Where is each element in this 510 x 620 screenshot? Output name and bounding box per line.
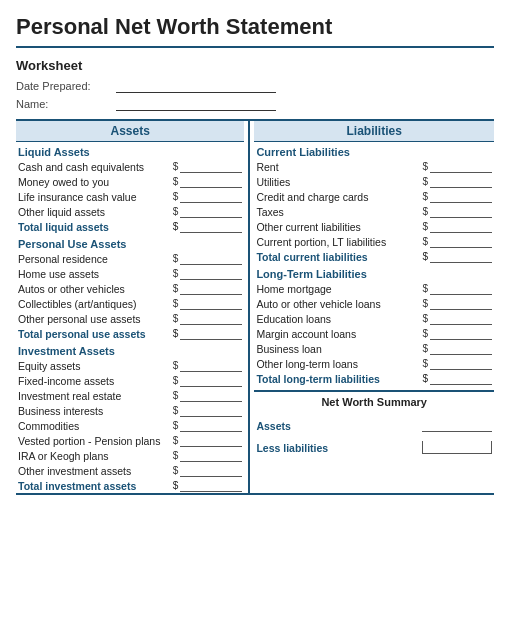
list-item: Fixed-income assets $ xyxy=(16,373,244,388)
liabilities-column: Liabilities Current Liabilities Rent $ U… xyxy=(250,121,494,493)
credit-input[interactable] xyxy=(430,190,492,203)
list-item: Education loans $ xyxy=(254,311,494,326)
total-liquid-row: Total liquid assets $ xyxy=(16,219,244,234)
list-item: Taxes $ xyxy=(254,204,494,219)
total-lt-liab-input[interactable] xyxy=(430,372,492,385)
date-input[interactable] xyxy=(116,79,276,93)
total-longterm-liab-row: Total long-term liabilities $ xyxy=(254,371,494,386)
list-item: Other liquid assets $ xyxy=(16,204,244,219)
list-item: Other investment assets $ xyxy=(16,463,244,478)
list-item: Equity assets $ xyxy=(16,358,244,373)
utilities-input[interactable] xyxy=(430,175,492,188)
margin-loans-input[interactable] xyxy=(430,327,492,340)
net-worth-title: Net Worth Summary xyxy=(254,396,494,408)
list-item: Home use assets $ xyxy=(16,266,244,281)
fixed-income-input[interactable] xyxy=(180,374,242,387)
list-item: Investment real estate $ xyxy=(16,388,244,403)
list-item: Collectibles (art/antiques) $ xyxy=(16,296,244,311)
total-liquid-input[interactable] xyxy=(180,220,242,233)
total-inv-input[interactable] xyxy=(180,479,242,492)
ira-input[interactable] xyxy=(180,449,242,462)
inv-real-estate-input[interactable] xyxy=(180,389,242,402)
list-item: Vested portion - Pension plans $ xyxy=(16,433,244,448)
list-item: Personal residence $ xyxy=(16,251,244,266)
list-item: Credit and charge cards $ xyxy=(254,189,494,204)
list-item: Other personal use assets $ xyxy=(16,311,244,326)
other-current-input[interactable] xyxy=(430,220,492,233)
liquid-assets-title: Liquid Assets xyxy=(16,146,244,158)
cash-equiv-input[interactable] xyxy=(180,160,242,173)
other-lt-loans-input[interactable] xyxy=(430,357,492,370)
list-item: Other long-term loans $ xyxy=(254,356,494,371)
other-liquid-input[interactable] xyxy=(180,205,242,218)
rent-input[interactable] xyxy=(430,160,492,173)
personal-res-input[interactable] xyxy=(180,252,242,265)
money-owed-input[interactable] xyxy=(180,175,242,188)
other-personal-input[interactable] xyxy=(180,312,242,325)
autos-input[interactable] xyxy=(180,282,242,295)
total-personal-input[interactable] xyxy=(180,327,242,340)
worksheet-label: Worksheet xyxy=(16,58,494,73)
summary-liabilities-input[interactable] xyxy=(422,441,492,454)
list-item: Current portion, LT liabilities $ xyxy=(254,234,494,249)
total-current-liab-input[interactable] xyxy=(430,250,492,263)
education-loans-input[interactable] xyxy=(430,312,492,325)
list-item: Other current liabilities $ xyxy=(254,219,494,234)
home-use-input[interactable] xyxy=(180,267,242,280)
list-item: Rent $ xyxy=(254,159,494,174)
equity-input[interactable] xyxy=(180,359,242,372)
name-label: Name: xyxy=(16,98,116,110)
commodities-input[interactable] xyxy=(180,419,242,432)
list-item: Commodities $ xyxy=(16,418,244,433)
list-item: Margin account loans $ xyxy=(254,326,494,341)
list-item: Autos or other vehicles $ xyxy=(16,281,244,296)
summary-assets-row: Assets xyxy=(254,417,494,434)
total-personal-row: Total personal use assets $ xyxy=(16,326,244,341)
current-lt-input[interactable] xyxy=(430,235,492,248)
list-item: Home mortgage $ xyxy=(254,281,494,296)
date-label: Date Prepared: xyxy=(16,80,116,92)
business-interests-input[interactable] xyxy=(180,404,242,417)
list-item: Business loan $ xyxy=(254,341,494,356)
pension-input[interactable] xyxy=(180,434,242,447)
summary-liabilities-row: Less liabilities xyxy=(254,439,494,456)
list-item: Utilities $ xyxy=(254,174,494,189)
list-item: Money owed to you $ xyxy=(16,174,244,189)
total-current-liab-row: Total current liabilities $ xyxy=(254,249,494,264)
taxes-input[interactable] xyxy=(430,205,492,218)
collectibles-input[interactable] xyxy=(180,297,242,310)
longterm-liabilities-title: Long-Term Liabilities xyxy=(254,268,494,280)
summary-assets-input[interactable] xyxy=(422,419,492,432)
assets-column: Assets Liquid Assets Cash and cash equiv… xyxy=(16,121,250,493)
investment-assets-title: Investment Assets xyxy=(16,345,244,357)
auto-loans-input[interactable] xyxy=(430,297,492,310)
list-item: Life insurance cash value $ xyxy=(16,189,244,204)
assets-header: Assets xyxy=(16,121,244,142)
list-item: Auto or other vehicle loans $ xyxy=(254,296,494,311)
liabilities-header: Liabilities xyxy=(254,121,494,142)
total-investment-row: Total investment assets $ xyxy=(16,478,244,493)
business-loan-input[interactable] xyxy=(430,342,492,355)
life-ins-input[interactable] xyxy=(180,190,242,203)
page-title: Personal Net Worth Statement xyxy=(16,14,494,48)
list-item: IRA or Keogh plans $ xyxy=(16,448,244,463)
current-liabilities-title: Current Liabilities xyxy=(254,146,494,158)
list-item: Business interests $ xyxy=(16,403,244,418)
net-worth-summary: Net Worth Summary Assets Less liabilitie… xyxy=(254,390,494,456)
name-input[interactable] xyxy=(116,97,276,111)
personal-use-title: Personal Use Assets xyxy=(16,238,244,250)
home-mortgage-input[interactable] xyxy=(430,282,492,295)
list-item: Cash and cash equivalents $ xyxy=(16,159,244,174)
other-inv-input[interactable] xyxy=(180,464,242,477)
